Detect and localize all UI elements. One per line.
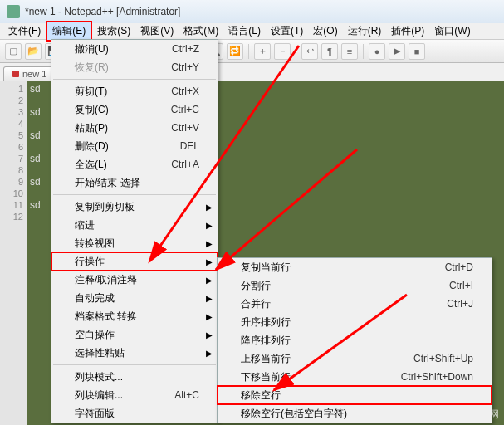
menu-item-label: 复制当前行 (241, 261, 291, 275)
submenu-arrow-icon: ▶ (206, 239, 213, 248)
menu-item-label: 升序排列行 (241, 315, 291, 330)
wrap-icon[interactable]: ↩ (301, 43, 318, 60)
menu-shortcut: Alt+C (174, 389, 199, 401)
new-file-icon[interactable]: ▢ (5, 43, 22, 60)
menu-item[interactable]: 剪切(T)Ctrl+X (51, 82, 218, 100)
menu-shortcut: Ctrl+J (447, 298, 473, 310)
menu-item[interactable]: 行操作▶ (51, 252, 218, 271)
menu-6[interactable]: 设置(T) (266, 22, 308, 40)
menu-separator (53, 364, 216, 365)
menu-item-label: 上移当前行 (241, 352, 291, 366)
menu-item[interactable]: 复制(C)Ctrl+C (51, 100, 218, 119)
menu-item[interactable]: 合并行Ctrl+J (218, 295, 492, 313)
menu-shortcut: Ctrl+Z (172, 43, 199, 55)
separator (363, 44, 364, 59)
menu-item-label: 自动完成 (75, 291, 115, 305)
menu-item[interactable]: 移除空行 (218, 386, 492, 404)
open-file-icon[interactable]: 📂 (25, 43, 42, 60)
menu-item[interactable]: 降序排列行 (218, 331, 492, 349)
zoom-out-icon[interactable]: － (274, 43, 291, 60)
menu-item[interactable]: 粘贴(P)Ctrl+V (51, 119, 218, 137)
menu-item[interactable]: 档案格式 转换▶ (51, 307, 218, 325)
menu-0[interactable]: 文件(F) (3, 22, 46, 40)
menu-item-label: 复制到剪切板 (75, 200, 135, 214)
macro-stop-icon[interactable]: ■ (409, 43, 425, 60)
indent-guide-icon[interactable]: ≡ (341, 43, 358, 60)
show-chars-icon[interactable]: ¶ (321, 43, 338, 60)
menu-10[interactable]: 窗口(W) (429, 22, 475, 40)
menu-item[interactable]: 上移当前行Ctrl+Shift+Up (218, 349, 492, 368)
menu-3[interactable]: 视图(V) (135, 22, 179, 40)
menu-item[interactable]: 列块模式... (51, 368, 218, 386)
submenu-arrow-icon: ▶ (206, 349, 213, 358)
window-title: *new 1 - Notepad++ [Administrator] (25, 6, 180, 17)
file-tab[interactable]: new 1 (3, 66, 56, 81)
menu-item-label: 空白操作 (75, 328, 115, 342)
menu-shortcut: Ctrl+Y (171, 61, 199, 73)
zoom-in-icon[interactable]: ＋ (254, 43, 271, 60)
replace-icon[interactable]: 🔁 (227, 43, 243, 60)
menu-item[interactable]: 注释/取消注释▶ (51, 271, 218, 289)
menu-item-label: 粘贴(P) (75, 121, 108, 135)
menu-item[interactable]: 撤消(U)Ctrl+Z (51, 40, 218, 58)
menubar: 文件(F)编辑(E)搜索(S)视图(V)格式(M)语言(L)设置(T)宏(O)运… (0, 23, 504, 40)
menu-item[interactable]: 下移当前行Ctrl+Shift+Down (218, 368, 492, 386)
menu-9[interactable]: 插件(P) (386, 22, 429, 40)
menu-item-label: 转换视图 (75, 237, 115, 251)
line-number: 3 (0, 106, 23, 118)
menu-item[interactable]: 删除(D)DEL (51, 137, 218, 155)
menu-item-label: 选择性粘贴 (75, 346, 125, 360)
macro-play-icon[interactable]: ▶ (389, 43, 405, 60)
menu-item[interactable]: 升序排列行 (218, 313, 492, 331)
menu-item-label: 移除空行 (241, 388, 281, 403)
menu-item[interactable]: 转换视图▶ (51, 234, 218, 252)
app-icon (7, 5, 20, 18)
separator (248, 44, 249, 59)
menu-item-label: 全选(L) (75, 158, 107, 172)
line-number: 1 (0, 83, 23, 95)
menu-shortcut: Ctrl+A (171, 159, 199, 170)
menu-item[interactable]: 缩进▶ (51, 216, 218, 234)
menu-2[interactable]: 搜索(S) (92, 22, 135, 40)
menu-item-label: 列块模式... (75, 370, 123, 384)
menu-item[interactable]: 复制到剪切板▶ (51, 198, 218, 216)
line-number: 12 (0, 211, 23, 222)
menu-separator (53, 79, 216, 80)
menu-item-label: 缩进 (75, 218, 95, 232)
menu-item-label: 剪切(T) (75, 85, 107, 99)
macro-record-icon[interactable]: ● (369, 43, 385, 60)
menu-shortcut: Ctrl+V (171, 122, 199, 134)
menu-shortcut: Ctrl+I (449, 280, 473, 291)
menu-item[interactable]: 分割行Ctrl+I (218, 276, 492, 295)
line-number: 9 (0, 176, 23, 188)
menu-item[interactable]: 字符面版 (51, 404, 218, 423)
menu-item-label: 恢复(R) (75, 61, 109, 75)
menu-item[interactable]: 全选(L)Ctrl+A (51, 155, 218, 173)
line-gutter: 123456789101112 (0, 81, 27, 425)
menu-item[interactable]: 移除空行(包括空白字符) (218, 404, 492, 423)
menu-item[interactable]: 选择性粘贴▶ (51, 344, 218, 362)
line-number: 8 (0, 164, 23, 176)
menu-item-label: 复制(C) (75, 103, 109, 117)
line-number: 6 (0, 141, 23, 153)
menu-8[interactable]: 运行(R) (343, 22, 387, 40)
menu-4[interactable]: 格式(M) (179, 22, 223, 40)
menu-item-label: 合并行 (241, 297, 271, 311)
titlebar: *new 1 - Notepad++ [Administrator] (0, 0, 504, 23)
submenu-arrow-icon: ▶ (206, 330, 213, 340)
submenu-arrow-icon: ▶ (206, 257, 213, 266)
menu-item-label: 移除空行(包括空白字符) (241, 407, 347, 421)
menu-shortcut: Ctrl+Shift+Down (401, 371, 473, 383)
menu-item[interactable]: 列块编辑...Alt+C (51, 386, 218, 404)
submenu-arrow-icon: ▶ (206, 294, 213, 303)
menu-5[interactable]: 语言(L) (223, 22, 266, 40)
menu-item[interactable]: 空白操作▶ (51, 325, 218, 344)
line-number: 11 (0, 199, 23, 211)
menu-item-label: 开始/结束 选择 (75, 176, 140, 190)
menu-7[interactable]: 宏(O) (308, 22, 342, 40)
menu-shortcut: Ctrl+X (171, 85, 199, 97)
menu-item[interactable]: 开始/结束 选择 (51, 173, 218, 192)
menu-item[interactable]: 复制当前行Ctrl+D (218, 258, 492, 276)
menu-item[interactable]: 自动完成▶ (51, 289, 218, 307)
submenu-arrow-icon: ▶ (206, 203, 213, 212)
